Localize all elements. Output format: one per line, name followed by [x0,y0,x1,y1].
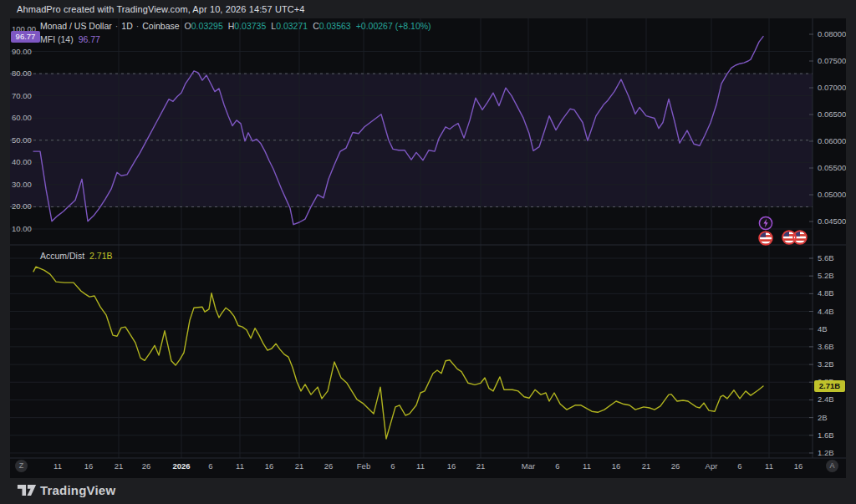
mfi-axis-label: 70.00 [12,91,32,101]
ohlc-values: O0.03295H0.03735L0.03271C0.03563 [180,21,351,31]
mfi-last-value-badge: 96.77 [11,31,40,43]
symbol-exchange: Coinbase [142,21,179,31]
ohlc-value: 0.03271 [276,21,308,31]
accdist-axis-label: 1.6B [818,430,834,440]
accdist-axis-label: 2B [818,413,828,423]
time-axis-label: 16 [780,461,817,471]
symbol-legend[interactable]: Monad / US Dollar·1D·CoinbaseO0.03295H0.… [40,19,431,46]
time-axis-label: 21 [462,461,499,471]
us-flag-icon [758,231,773,246]
ohlc-value: 0.03735 [234,21,266,31]
lightning-icon [758,216,773,231]
price-axis-label: 0.05000 [818,190,846,200]
price-axis-label: 0.07500 [818,56,846,66]
mfi-axis-label: 10.00 [12,224,32,234]
tradingview-snapshot: AhmadPro created with TradingView.com, A… [0,0,856,504]
tradingview-logo-icon[interactable] [17,483,37,501]
price-axis-label: 0.07000 [818,83,846,93]
auto-scale-button[interactable]: A [826,460,838,472]
mfi-axis-label: 40.00 [12,157,32,167]
accdist-legend[interactable]: Accum/Dist2.71B [40,249,113,262]
price-axis-label: 0.06000 [818,136,846,146]
timezone-button[interactable]: Z [15,460,28,472]
ohlc-value: 0.03295 [191,21,223,31]
accdist-axis-label: 5.6B [818,253,834,263]
mfi-axis-label: 20.00 [12,201,32,211]
ohlc-key: C [313,21,319,31]
time-axis-label: 26 [310,461,347,471]
price-axis-label: 0.04500 [818,216,846,227]
accdist-axis-label: 4B [818,324,828,334]
tradingview-wordmark[interactable]: TradingView [40,483,115,497]
legend-separator: · [115,21,119,31]
accdist-axis-label: 3.6B [818,342,834,352]
mfi-axis-label: 50.00 [12,135,32,145]
us-flag-pair-icon [782,230,808,245]
time-axis-label: 26 [128,461,165,471]
price-axis-label: 0.05500 [818,163,846,173]
accdist-last-value-badge: 2.71B [814,380,845,392]
mfi-indicator-value: 96.77 [79,34,100,44]
ohlc-key: O [185,21,191,31]
accdist-indicator-value: 2.71B [89,251,112,261]
price-axis-label: 0.08000 [818,29,846,39]
footer-bar: TradingView [0,478,856,504]
accdist-axis-label: 3.2B [818,359,834,369]
mfi-axis-label: 30.00 [12,180,32,190]
mfi-axis-label: 80.00 [12,69,32,79]
mfi-axis-label: 60.00 [12,113,32,123]
attribution-text: AhmadPro created with TradingView.com, A… [17,4,305,14]
change-value: +0.00267 (+8.10%) [356,21,431,31]
mfi-axis-label: 90.00 [12,47,32,57]
time-axis-label: 26 [657,461,694,471]
mfi-indicator-label[interactable]: MFI (14) [40,34,74,44]
symbol-interval[interactable]: 1D [121,21,132,31]
accdist-indicator-label[interactable]: Accum/Dist [40,251,84,261]
price-axis-label: 0.06500 [818,109,846,120]
accdist-axis-label: 2.4B [818,395,834,405]
accdist-axis-label: 5.2B [818,271,834,281]
symbol-title[interactable]: Monad / US Dollar [40,21,112,31]
ohlc-value: 0.03563 [319,21,351,31]
accdist-axis-label: 1.2B [818,448,834,458]
chart-canvas[interactable] [10,18,846,478]
legend-separator: · [136,21,140,31]
accdist-axis-label: 4.4B [818,307,834,317]
chart-region[interactable]: Monad / US Dollar·1D·CoinbaseO0.03295H0.… [10,18,846,478]
accdist-axis-label: 4.8B [818,288,834,298]
